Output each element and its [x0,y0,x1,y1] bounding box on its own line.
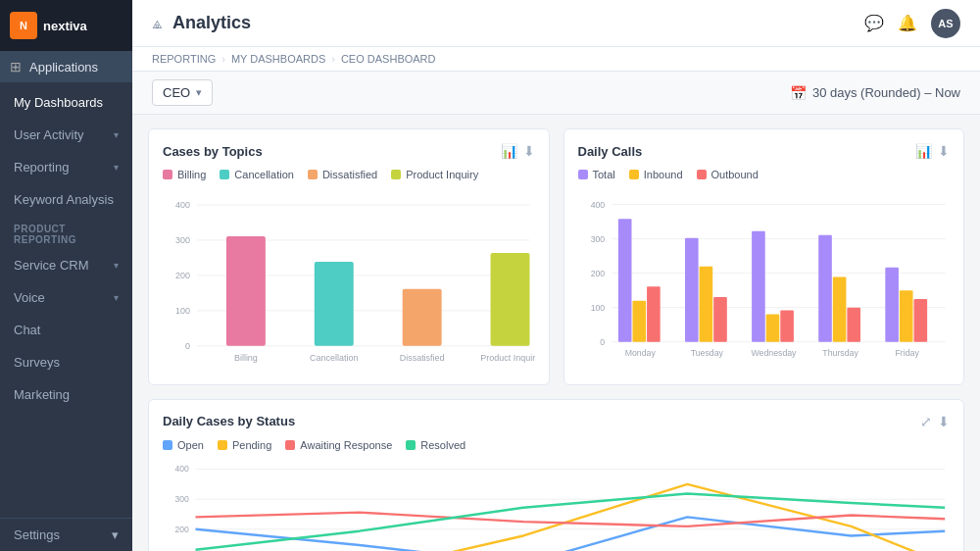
breadcrumb-my-dashboards[interactable]: MY DASHBOARDS [231,53,325,65]
svg-rect-11 [315,262,354,346]
settings-label: Settings [14,527,60,542]
chevron-icon: ▾ [114,260,119,271]
svg-text:200: 200 [590,269,605,278]
chart-download-icon[interactable]: ⬇ [523,143,535,159]
chart-expand-icon[interactable]: ⤢ [920,414,932,429]
sidebar-item-voice[interactable]: Voice ▾ [0,281,132,314]
chart-legend: Total Inbound Outbound [578,169,951,180]
cases-bar-svg: 400 300 200 100 0 [163,190,535,367]
chart-download-icon[interactable]: ⬇ [938,414,950,429]
legend-label: Dissatisfied [322,169,377,180]
legend-label: Inbound [644,169,683,180]
svg-text:300: 300 [174,494,189,504]
breadcrumb: REPORTING › MY DASHBOARDS › CEO DASHBOAR… [132,47,980,72]
legend-color [220,170,229,179]
svg-rect-41 [899,290,912,342]
svg-rect-31 [684,238,698,342]
message-icon[interactable]: 💬 [864,14,884,32]
svg-text:Dissatisfied: Dissatisfied [400,353,445,363]
chart-title: Cases by Topics [163,144,263,159]
chevron-icon: ▾ [112,527,119,542]
legend-label: Cancellation [234,169,294,180]
chart-legend: Billing Cancellation Dissatisfied Produc… [163,169,535,180]
svg-rect-13 [491,253,530,346]
sidebar-item-service-crm[interactable]: Service CRM ▾ [0,249,132,281]
svg-text:Monday: Monday [624,348,656,358]
legend-outbound: Outbound [697,169,759,180]
daily-cases-line-chart: 400 300 200 100 0 [163,461,950,551]
svg-text:300: 300 [175,235,190,245]
sidebar-item-label: Marketing [14,387,70,402]
legend-product-inquiry: Product Inquiry [391,169,478,180]
sidebar-item-my-dashboards[interactable]: My Dashboards [0,86,132,119]
svg-text:Wednesday: Wednesday [751,348,797,358]
cases-bar-chart: 400 300 200 100 0 [163,190,535,371]
sidebar-item-label: Reporting [14,160,69,175]
breadcrumb-sep: › [221,53,225,65]
breadcrumb-sep: › [331,53,335,65]
legend-color [629,170,639,179]
legend-label: Outbound [711,169,759,180]
legend-label: Open [177,439,204,451]
svg-rect-33 [713,297,727,342]
main-area: ⟁ Analytics 💬 🔔 AS REPORTING › MY DASHBO… [132,0,980,551]
legend-color [697,170,707,179]
sidebar-item-marketing[interactable]: Marketing [0,378,132,411]
svg-text:Product Inquiry: Product Inquiry [480,353,534,363]
breadcrumb-reporting[interactable]: REPORTING [152,53,216,65]
svg-text:400: 400 [590,200,605,210]
chart-actions: 📊 ⬇ [915,143,950,159]
chart-legend: Open Pending Awaiting Response Resolved [163,439,950,451]
applications-label: Applications [29,60,98,75]
legend-color [308,170,318,179]
legend-awaiting-response: Awaiting Response [285,439,392,451]
sidebar-item-user-activity[interactable]: User Activity ▾ [0,119,132,151]
sidebar-item-reporting[interactable]: Reporting ▾ [0,151,132,183]
topbar-right: 💬 🔔 AS [864,9,960,38]
svg-text:400: 400 [175,200,190,210]
grid-icon: ⊞ [10,59,22,75]
legend-pending: Pending [218,439,271,451]
dashboard-selector[interactable]: CEO ▾ [152,79,213,106]
chart-bars-icon[interactable]: 📊 [501,143,517,159]
svg-text:200: 200 [174,524,189,533]
svg-text:400: 400 [174,464,189,474]
sidebar-nav: My Dashboards User Activity ▾ Reporting … [0,82,132,518]
breadcrumb-ceo-dashboard[interactable]: CEO DASHBOARD [341,53,436,65]
sidebar-item-label: Voice [14,290,45,305]
sidebar-item-surveys[interactable]: Surveys [0,346,132,378]
page-title: Analytics [172,13,251,33]
legend-dissatisfied: Dissatisfied [308,169,377,180]
legend-color [163,440,172,450]
sidebar-item-label: Service CRM [14,258,89,273]
date-range: 📅 30 days (Rounded) – Now [790,85,960,101]
user-avatar[interactable]: AS [931,9,960,38]
svg-text:0: 0 [185,341,190,351]
applications-button[interactable]: ⊞ Applications [0,51,132,82]
svg-rect-36 [780,311,794,342]
dashboard-selector-label: CEO [163,85,190,100]
chart-download-icon[interactable]: ⬇ [938,143,950,159]
svg-text:Thursday: Thursday [822,348,858,358]
svg-rect-42 [913,299,927,342]
sidebar-item-label: Keyword Analysis [14,192,114,207]
svg-rect-37 [818,235,832,342]
sidebar-item-chat[interactable]: Chat [0,314,132,346]
topbar: ⟁ Analytics 💬 🔔 AS [132,0,980,47]
sidebar-item-keyword-analysis[interactable]: Keyword Analysis [0,183,132,216]
chart-bars-icon[interactable]: 📊 [915,143,932,159]
svg-rect-29 [632,301,646,342]
legend-cancellation: Cancellation [220,169,294,180]
sidebar-item-settings[interactable]: Settings ▾ [0,518,132,551]
svg-rect-40 [885,268,899,342]
legend-label: Product Inquiry [406,169,478,180]
dropdown-arrow-icon: ▾ [196,86,202,99]
sidebar-item-label: Chat [14,323,40,337]
svg-text:0: 0 [600,337,605,347]
calendar-icon: 📅 [790,85,807,101]
daily-cases-card: Daily Cases by Status ⤢ ⬇ Open Pending A [148,399,964,551]
daily-cases-svg: 400 300 200 100 0 [163,461,950,551]
notification-icon[interactable]: 🔔 [898,14,917,32]
svg-text:300: 300 [590,234,605,244]
legend-color [218,440,227,450]
